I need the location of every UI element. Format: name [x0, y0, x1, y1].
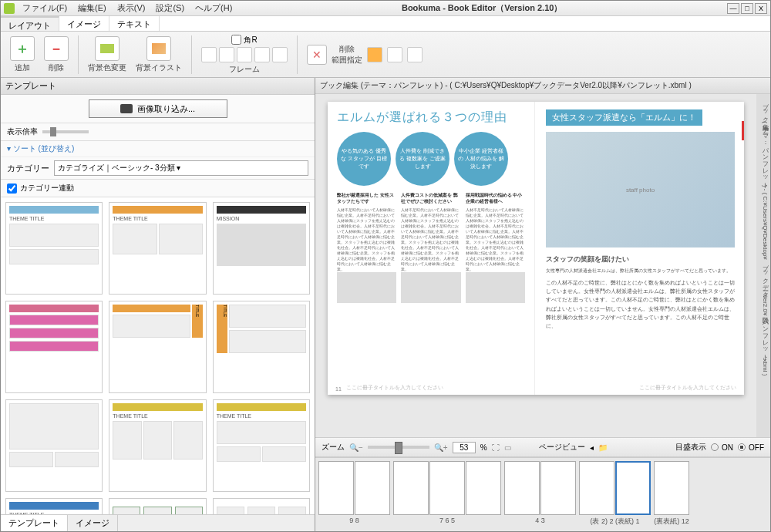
minimize-button[interactable]: — [727, 3, 739, 14]
pageview-prev-icon[interactable]: ◂ [590, 443, 594, 452]
left-bottom-tabs: テンプレート イメージ [1, 514, 315, 531]
circle-1: やる気のある 優秀な スタッフが 目標です [337, 132, 391, 186]
ribbon-add[interactable]: ＋ 追加 [7, 36, 38, 73]
template-thumb[interactable]: TITLE [213, 301, 310, 393]
frame-preset-4[interactable] [254, 47, 270, 62]
editor-panel: ブック編集 (テーマ：パンフレット) - ( C:¥Users¥Q¥Deskto… [315, 78, 770, 531]
menu-help[interactable]: ヘルプ(H) [190, 1, 237, 15]
template-thumb[interactable]: THEME TITLE [213, 399, 310, 492]
titlebar: ファイル(F) 編集(E) 表示(V) 設定(S) ヘルプ(H) Bookuma… [1, 1, 770, 16]
template-thumb[interactable]: THEME TITLE [5, 202, 103, 295]
zoom-slider[interactable] [368, 446, 429, 449]
frame-preset-2[interactable] [219, 47, 234, 62]
chevron-down-icon: ▾ [177, 163, 180, 172]
thumb-pair[interactable]: (表 2) 2 (表紙) 1 [579, 461, 651, 528]
round-corner-check[interactable] [231, 35, 241, 45]
template-thumb[interactable]: THEME TITLE [109, 399, 206, 492]
frame-preset-1[interactable] [201, 47, 217, 62]
page-number: 11 [335, 386, 342, 392]
template-thumb[interactable]: THEME TITLE [109, 202, 206, 295]
ribbon: ＋ 追加 － 削除 背景色変更 背景イラスト 角R フレーム [1, 32, 770, 78]
thumb-pair[interactable]: (裏表紙) 12 [654, 461, 689, 528]
left-tab-image[interactable]: イメージ [68, 515, 118, 531]
camera-icon [120, 104, 133, 113]
frame-preset-3[interactable] [237, 47, 252, 62]
page-heading: エルムが選ばれる３つの理由 [337, 109, 525, 126]
thumb-zoom-slider[interactable] [42, 130, 89, 133]
menubar: ファイル(F) 編集(E) 表示(V) 設定(S) ヘルプ(H) [18, 1, 237, 15]
ribbon-tab-text[interactable]: テキスト [109, 16, 160, 31]
ribbon-bgillust[interactable]: 背景イラスト [133, 36, 185, 73]
template-thumb[interactable]: THEME TITLE [5, 498, 103, 514]
template-thumb[interactable]: MISSION [213, 202, 310, 295]
circle-row: やる気のある 優秀な スタッフが 目標です 人件費を 削減できる 複数案を ご提… [337, 132, 525, 186]
ribbon-range-group: ✕ 削除 範囲指定 [304, 44, 426, 66]
zoom-bar: ズーム 🔍− 🔍+ 53 % ⛶ ▭ ページビュー ◂ 📁 目盛表示 ON OF… [315, 437, 770, 457]
frame-preset-5[interactable] [272, 47, 288, 62]
menu-file[interactable]: ファイル(F) [18, 1, 72, 15]
menu-edit[interactable]: 編集(E) [73, 1, 111, 15]
range-btn-3[interactable] [407, 47, 423, 62]
ribbon-tab-layout[interactable]: レイアウト [1, 16, 59, 31]
canvas-area: エルムが選ばれる３つの理由 やる気のある 優秀な スタッフが 目標です 人件費を… [315, 94, 770, 437]
template-thumb[interactable] [5, 399, 103, 492]
page-spread[interactable]: エルムが選ばれる３つの理由 やる気のある 優秀な スタッフが 目標です 人件費を… [328, 102, 744, 395]
maximize-button[interactable]: □ [741, 3, 753, 14]
ribbon-tabs: レイアウト イメージ テキスト [1, 16, 770, 32]
template-thumb[interactable]: ✓ [109, 498, 206, 514]
ribbon-tab-image[interactable]: イメージ [59, 16, 109, 31]
fit-page-icon[interactable]: ▭ [504, 443, 511, 452]
template-grid: THEME TITLE THEME TITLE MISSION TITLE TI… [1, 197, 315, 514]
zoom-value[interactable]: 53 [453, 442, 476, 453]
photo-placeholder [337, 272, 396, 303]
template-thumb[interactable]: TITLE [109, 301, 206, 393]
template-panel: テンプレート 画像取り込み... 表示倍率 ▾ ソート (並び替え) カテゴリー… [1, 78, 315, 531]
panel-header: テンプレート [1, 78, 315, 95]
page-left[interactable]: エルムが選ばれる３つの理由 やる気のある 優秀な スタッフが 目標です 人件費を… [328, 102, 535, 395]
range-btn-1[interactable] [367, 47, 382, 62]
main-area: テンプレート 画像取り込み... 表示倍率 ▾ ソート (並び替え) カテゴリー… [1, 78, 770, 531]
zoom-out-icon[interactable]: 🔍− [349, 443, 363, 452]
window-controls: — □ X [727, 3, 767, 14]
close-button[interactable]: X [755, 3, 767, 14]
thumb-zoom-row: 表示倍率 [1, 123, 315, 141]
page-right[interactable]: 女性スタッフ派遣なら「エルム」に！ staff photo スタッフの笑顔を届け… [537, 102, 744, 395]
bgcolor-icon [100, 44, 114, 53]
staff-photo: staff photo [546, 132, 735, 247]
vertical-doc-tab[interactable]: ブック編集 (テーマ：パンフレット) - ( C:¥Users¥Q¥Deskto… [756, 94, 770, 437]
document-path: ブック編集 (テーマ：パンフレット) - ( C:¥Users¥Q¥Deskto… [315, 78, 770, 94]
ribbon-bgcolor[interactable]: 背景色変更 [85, 36, 130, 73]
folder-icon[interactable]: 📁 [598, 443, 608, 452]
category-link-check[interactable] [7, 184, 17, 194]
fit-width-icon[interactable]: ⛶ [492, 443, 500, 452]
delete-button[interactable]: ✕ [307, 45, 327, 65]
minus-icon: － [49, 39, 63, 58]
thumb-pair[interactable]: 4 3 [504, 461, 576, 528]
photo-placeholder [466, 272, 525, 303]
accent-bar [742, 121, 744, 140]
photo-placeholder [401, 272, 460, 303]
menu-settings[interactable]: 設定(S) [151, 1, 189, 15]
template-thumb[interactable] [213, 498, 310, 514]
category-row: カテゴリー カテゴライズ｜ベーシック- 3分類 ▾ [1, 157, 315, 180]
template-thumb[interactable] [5, 301, 103, 393]
category-link-row: カテゴリー連動 [1, 180, 315, 197]
thumb-pair[interactable]: 9 8 [318, 461, 390, 528]
canvas-scroll[interactable]: エルムが選ばれる３つの理由 やる気のある 優秀な スタッフが 目標です 人件費を… [315, 94, 756, 437]
ribbon-delete[interactable]: － 削除 [41, 36, 72, 73]
left-tab-template[interactable]: テンプレート [1, 515, 68, 531]
range-btn-2[interactable] [387, 47, 402, 62]
page-thumb-strip[interactable]: 9 8 7 6 5 4 3 (表 2) 2 (表紙) 1 [315, 457, 770, 531]
ribbon-frame-group: 角R フレーム [198, 35, 291, 75]
sort-link[interactable]: ▾ ソート (並び替え) [1, 141, 315, 157]
grid-on-radio[interactable]: ON [711, 443, 733, 452]
thumb-pair[interactable]: 7 6 5 [393, 461, 501, 528]
window-title: Bookuma - Book Editor（Version 2.10） [237, 2, 727, 14]
category-select[interactable]: カテゴライズ｜ベーシック- 3分類 ▾ [54, 160, 308, 176]
bgillust-icon [152, 43, 166, 54]
menu-view[interactable]: 表示(V) [113, 1, 150, 15]
import-image-button[interactable]: 画像取り込み... [89, 99, 227, 118]
grid-off-radio[interactable]: OFF [738, 443, 764, 452]
zoom-in-icon[interactable]: 🔍+ [434, 443, 448, 452]
page-subheading: 女性スタッフ派遣なら「エルム」に！ [546, 109, 702, 126]
